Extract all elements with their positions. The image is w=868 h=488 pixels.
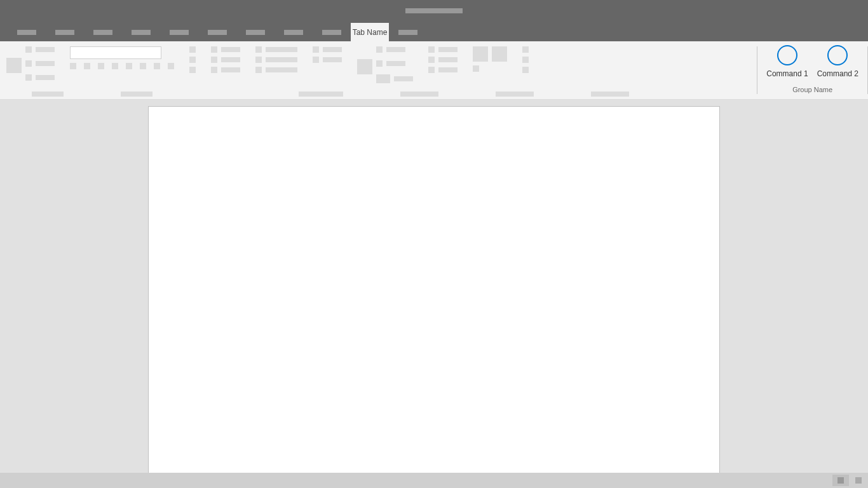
document-page[interactable] [148, 106, 720, 473]
status-bar [0, 473, 868, 488]
ribbon-tab[interactable] [236, 23, 275, 41]
document-workspace [0, 100, 868, 473]
ribbon-tab[interactable] [389, 23, 427, 41]
command-1-label: Command 1 [766, 69, 808, 78]
ribbon-tab[interactable] [275, 23, 313, 41]
ribbon-tabs: Tab Name [0, 22, 868, 41]
circle-icon [777, 45, 797, 65]
ribbon-combobox[interactable] [70, 46, 161, 59]
ribbon-group-label: Group Name [792, 86, 832, 93]
ribbon-tab[interactable] [313, 23, 351, 41]
ribbon-placeholder-area [0, 41, 757, 99]
command-1-button[interactable]: Command 1 [766, 45, 808, 78]
view-mode-button[interactable] [832, 475, 849, 486]
ribbon-tab[interactable] [8, 23, 46, 41]
ribbon: Command 1 Command 2 Group Name [0, 41, 868, 100]
circle-icon [827, 45, 848, 65]
title-bar [0, 0, 868, 22]
ribbon-tab[interactable] [198, 23, 236, 41]
ribbon-tab-active[interactable]: Tab Name [351, 23, 389, 41]
command-2-label: Command 2 [817, 69, 858, 78]
status-icon[interactable] [855, 477, 862, 484]
app-title-placeholder [405, 8, 463, 13]
ribbon-tab[interactable] [84, 23, 122, 41]
command-2-button[interactable]: Command 2 [817, 45, 858, 78]
ribbon-custom-group: Command 1 Command 2 Group Name [757, 41, 867, 99]
ribbon-tab[interactable] [160, 23, 198, 41]
ribbon-tab[interactable] [122, 23, 160, 41]
ribbon-tab[interactable] [46, 23, 84, 41]
